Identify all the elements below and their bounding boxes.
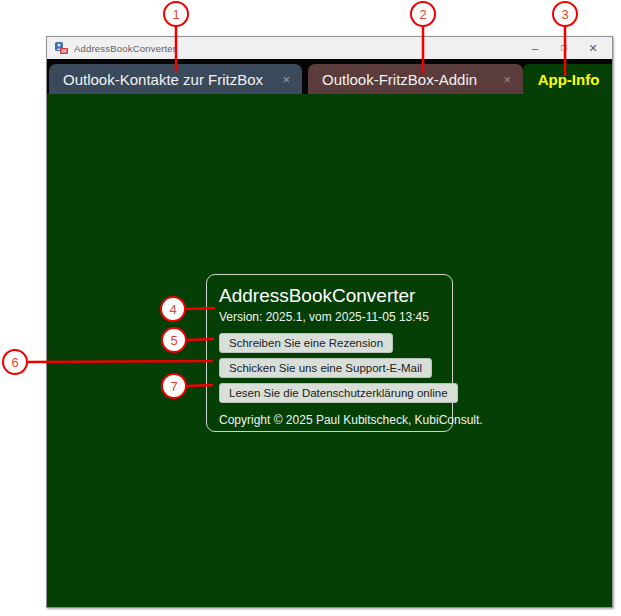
tab-outlook-kontakte-zur-fritzbox[interactable]: Outlook-Kontakte zur FritzBox × <box>49 64 302 94</box>
app-info-content: AddressBookConverter Version: 2025.1, vo… <box>47 94 612 607</box>
callout-number: 7 <box>170 379 177 394</box>
callout-4: 4 <box>160 296 186 322</box>
callout-2: 2 <box>410 1 436 27</box>
tab-label: Outlook-FritzBox-Addin <box>322 71 477 88</box>
callout-number: 6 <box>11 355 18 370</box>
callout-7: 7 <box>161 373 187 399</box>
titlebar: AddressBookConverter – □ ✕ <box>47 37 612 59</box>
version-text: Version: 2025.1, vom 2025-11-05 13:45 <box>219 310 440 324</box>
callout-number: 4 <box>169 302 176 317</box>
about-panel: AddressBookConverter Version: 2025.1, vo… <box>206 274 453 432</box>
tab-close-icon[interactable]: × <box>282 73 290 86</box>
copyright-text: Copyright © 2025 Paul Kubitscheck, KubiC… <box>219 413 440 427</box>
callout-number: 3 <box>561 7 568 22</box>
callout-1: 1 <box>163 1 189 27</box>
close-icon[interactable]: ✕ <box>586 37 600 59</box>
callout-number: 1 <box>172 7 179 22</box>
annotated-screenshot: AddressBookConverter – □ ✕ Outlook-Konta… <box>0 0 621 616</box>
tab-bar: Outlook-Kontakte zur FritzBox × Outlook-… <box>47 59 612 94</box>
maximize-icon[interactable]: □ <box>557 37 571 59</box>
app-icon <box>54 41 69 55</box>
tab-app-info[interactable]: App-Info <box>523 64 612 94</box>
tab-outlook-fritzbox-addin[interactable]: Outlook-FritzBox-Addin × <box>308 64 523 94</box>
tab-label: App-Info <box>538 71 600 88</box>
callout-6: 6 <box>2 349 28 375</box>
window-controls: – □ ✕ <box>528 37 612 59</box>
app-name-heading: AddressBookConverter <box>219 285 440 307</box>
privacy-policy-button[interactable]: Lesen Sie die Datenschutzerklärung onlin… <box>219 383 458 403</box>
callout-number: 5 <box>170 333 177 348</box>
minimize-icon[interactable]: – <box>528 37 542 59</box>
write-review-button[interactable]: Schreiben Sie eine Rezension <box>219 333 393 353</box>
window-title: AddressBookConverter <box>74 43 176 54</box>
support-email-button[interactable]: Schicken Sie uns eine Support-E-Mail <box>219 358 432 378</box>
callout-5: 5 <box>161 327 187 353</box>
tab-label: Outlook-Kontakte zur FritzBox <box>63 71 263 88</box>
callout-3: 3 <box>552 1 578 27</box>
app-window: AddressBookConverter – □ ✕ Outlook-Konta… <box>46 36 613 608</box>
callout-number: 2 <box>419 7 426 22</box>
tab-close-icon[interactable]: × <box>503 73 511 86</box>
